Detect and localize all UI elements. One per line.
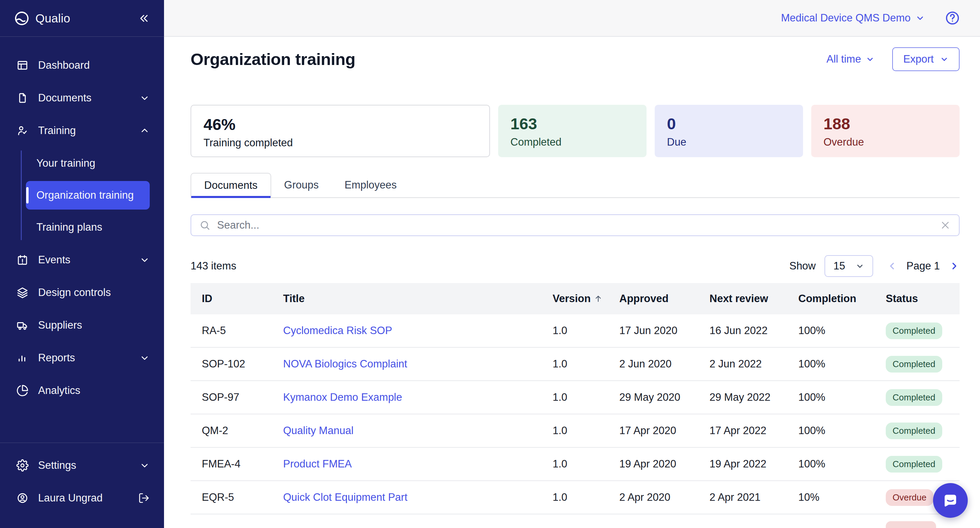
sidebar-item-training[interactable]: Training — [0, 114, 164, 147]
sidebar-item-suppliers[interactable]: Suppliers — [0, 309, 164, 342]
sidebar-item-organization-training[interactable]: Organization training — [26, 181, 150, 210]
cell-completion: 100% — [798, 391, 886, 404]
sidebar-nav: Dashboard Documents Training Your traini… — [0, 37, 164, 407]
sidebar-item-label: Training plans — [37, 221, 102, 234]
status-badge: Completed — [886, 356, 942, 372]
page-size-select[interactable]: 15 — [824, 255, 873, 277]
status-badge-partial — [886, 521, 936, 528]
chevron-down-icon — [140, 460, 150, 471]
column-header-completion[interactable]: Completion — [798, 293, 886, 305]
time-filter-label: All time — [827, 53, 861, 65]
cell-approved: 2 Jun 2020 — [619, 358, 710, 370]
stat-value: 0 — [667, 114, 791, 134]
stat-value: 188 — [824, 114, 947, 134]
sidebar-item-your-training[interactable]: Your training — [0, 147, 164, 180]
document-link[interactable]: Product FMEA — [283, 458, 352, 470]
workspace-selector[interactable]: Medical Device QMS Demo — [781, 12, 925, 24]
status-badge: Overdue — [886, 489, 933, 506]
document-link[interactable]: Cyclomedica Risk SOP — [283, 324, 392, 336]
chevron-up-icon — [140, 126, 150, 136]
chat-bubble-icon — [941, 491, 959, 510]
sidebar-item-analytics[interactable]: Analytics — [0, 374, 164, 407]
cell-version: 1.0 — [553, 358, 619, 370]
cell-completion: 10% — [798, 491, 886, 504]
sidebar-collapse-icon[interactable] — [138, 13, 150, 24]
training-subnav: Your training Organization training Trai… — [0, 147, 164, 243]
cell-version: 1.0 — [553, 491, 619, 504]
column-header-id[interactable]: ID — [202, 293, 283, 305]
page-indicator: Page 1 — [907, 260, 940, 272]
search-icon — [199, 220, 210, 231]
sidebar-item-label: Your training — [37, 157, 95, 169]
cell-next-review: 2 Jun 2022 — [710, 358, 798, 370]
document-link[interactable]: NOVA Biologics Complaint — [283, 358, 407, 370]
chevron-down-icon — [856, 262, 864, 270]
tabs: Documents Groups Employees — [191, 173, 959, 198]
search-input[interactable] — [216, 219, 934, 232]
chat-widget-button[interactable] — [933, 483, 968, 518]
chevron-down-icon — [940, 55, 949, 64]
time-filter-dropdown[interactable]: All time — [827, 53, 875, 65]
sidebar-item-dashboard[interactable]: Dashboard — [0, 49, 164, 82]
user-avatar-icon — [16, 492, 29, 504]
cell-completion: 100% — [798, 324, 886, 337]
column-header-approved[interactable]: Approved — [619, 293, 710, 305]
sidebar-item-label: Organization training — [37, 189, 134, 201]
table-row: EQR-5 Quick Clot Equipment Part 1.0 2 Ap… — [191, 481, 959, 514]
sidebar-footer: Settings Laura Ungrad — [0, 443, 164, 528]
stat-label: Completed — [511, 136, 634, 148]
tab-groups[interactable]: Groups — [271, 173, 332, 197]
sort-ascending-icon — [593, 294, 603, 304]
chevron-down-icon — [140, 353, 150, 363]
stat-card-overdue: 188 Overdue — [811, 105, 959, 157]
clear-search-icon[interactable] — [940, 220, 951, 231]
cell-completion: 100% — [798, 425, 886, 437]
cell-version: 1.0 — [553, 425, 619, 437]
sidebar-item-user[interactable]: Laura Ungrad — [0, 482, 164, 514]
tab-documents[interactable]: Documents — [191, 173, 271, 197]
cell-approved: 2 Apr 2020 — [619, 491, 710, 504]
sidebar-item-documents[interactable]: Documents — [0, 82, 164, 114]
user-name: Laura Ungrad — [38, 492, 103, 504]
truck-icon — [16, 319, 29, 331]
table-row: SOP-102 NOVA Biologics Complaint 1.0 2 J… — [191, 348, 959, 381]
cell-id: FMEA-4 — [202, 458, 283, 470]
document-link[interactable]: Quick Clot Equipment Part — [283, 491, 407, 503]
table-header: ID Title Version Approved Next review Co… — [191, 283, 959, 314]
column-header-next-review[interactable]: Next review — [710, 293, 798, 305]
tab-employees[interactable]: Employees — [331, 173, 409, 197]
stat-value: 163 — [511, 114, 634, 134]
column-header-status[interactable]: Status — [886, 293, 959, 305]
workspace-name: Medical Device QMS Demo — [781, 12, 911, 24]
page-next-icon[interactable] — [949, 261, 959, 272]
document-link[interactable]: Kymanox Demo Example — [283, 391, 402, 403]
sidebar-item-training-plans[interactable]: Training plans — [0, 211, 164, 243]
page-previous-icon[interactable] — [887, 261, 898, 272]
column-header-title[interactable]: Title — [283, 293, 553, 305]
cell-version: 1.0 — [553, 458, 619, 470]
export-button[interactable]: Export — [892, 47, 959, 71]
help-icon[interactable] — [945, 10, 960, 26]
document-link[interactable]: Quality Manual — [283, 425, 353, 436]
sidebar-item-label: Reports — [38, 352, 75, 364]
cell-next-review: 2 Apr 2021 — [710, 491, 798, 504]
cell-version: 1.0 — [553, 324, 619, 337]
sidebar-item-label: Analytics — [38, 385, 80, 397]
status-badge: Completed — [886, 389, 942, 406]
qualio-logo-icon — [14, 10, 30, 27]
column-header-version[interactable]: Version — [553, 293, 619, 305]
cell-approved: 17 Jun 2020 — [619, 324, 710, 337]
sidebar-item-events[interactable]: Events — [0, 243, 164, 276]
document-icon — [16, 92, 29, 104]
cell-id: EQR-5 — [202, 491, 283, 504]
user-check-icon — [16, 124, 29, 137]
calendar-alert-icon — [16, 254, 29, 266]
stat-label: Due — [667, 136, 791, 148]
sidebar-item-design-controls[interactable]: Design controls — [0, 276, 164, 309]
cell-completion: 100% — [798, 358, 886, 370]
sidebar-item-settings[interactable]: Settings — [0, 449, 164, 482]
item-count: 143 items — [191, 260, 236, 272]
documents-table: ID Title Version Approved Next review Co… — [191, 283, 959, 528]
logout-icon[interactable] — [138, 492, 150, 504]
sidebar-item-reports[interactable]: Reports — [0, 342, 164, 374]
